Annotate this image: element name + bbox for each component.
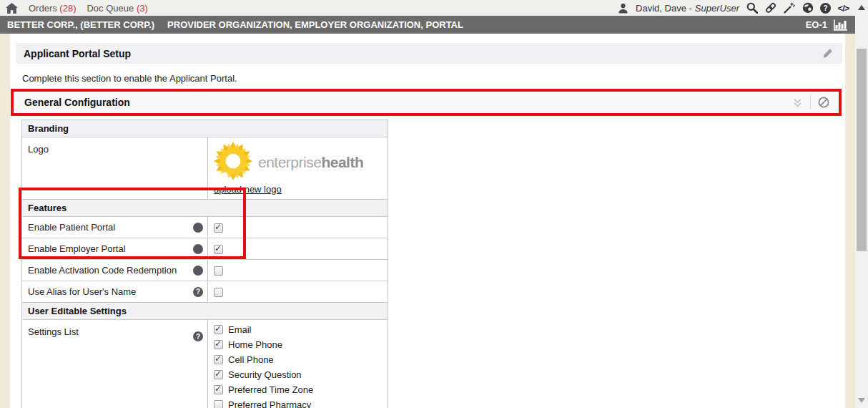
collapse-chevrons-icon[interactable]: [792, 97, 803, 108]
checkbox[interactable]: [214, 266, 223, 276]
checkbox[interactable]: [214, 288, 223, 297]
table-row: Enable Employer Portal: [22, 238, 388, 260]
page-title-bar: Applicant Portal Setup: [16, 43, 842, 64]
settings-list-label-cell: Settings List ?: [22, 320, 208, 408]
settings-list-item: Home Phone: [214, 339, 382, 350]
feature-label-cell: Enable Patient Portal: [22, 217, 208, 238]
user-icon: [617, 2, 629, 14]
checkbox[interactable]: [214, 400, 223, 408]
checkbox[interactable]: [214, 340, 223, 349]
user-name: David, Dave -: [636, 3, 692, 14]
code-icon[interactable]: </>: [837, 2, 849, 14]
settings-list-item: Security Question: [214, 369, 382, 380]
help-icon[interactable]: [193, 244, 203, 254]
feature-label: Enable Patient Portal: [28, 222, 115, 233]
checkbox[interactable]: [214, 385, 223, 394]
settings-list-item: Email: [214, 324, 382, 335]
feature-value-cell: [208, 281, 388, 303]
nav-doc-queue-count: (3): [137, 3, 148, 14]
page-title: Applicant Portal Setup: [16, 48, 131, 59]
sunburst-logo-icon: [214, 142, 252, 183]
settings-list-item: Cell Phone: [214, 354, 382, 365]
nav-orders[interactable]: Orders (28): [29, 3, 76, 14]
org-name[interactable]: BETTER CORP., (BETTER CORP.): [0, 19, 154, 30]
help-icon[interactable]: ?: [193, 331, 203, 341]
globe-icon[interactable]: [802, 2, 814, 14]
top-nav: Orders (28) Doc Queue (3): [0, 2, 148, 14]
scroll-down-arrow-icon[interactable]: [858, 398, 865, 403]
settings-list-item: Preferred Pharmacy: [214, 399, 382, 408]
content-card: Applicant Portal Setup Complete this sec…: [10, 34, 845, 408]
setting-item-label: Security Question: [228, 369, 302, 380]
org-context-bar: BETTER CORP., (BETTER CORP.) PROVIDER OR…: [0, 16, 855, 34]
feature-label: Enable Employer Portal: [28, 243, 126, 254]
checkbox[interactable]: [214, 355, 223, 364]
table-row: Branding: [22, 120, 388, 137]
feature-value-cell: [208, 260, 388, 281]
nav-doc-queue-label: Doc Queue: [87, 3, 134, 14]
setting-item-label: Cell Phone: [228, 354, 274, 365]
table-row: Use Alias for User's Name ?: [22, 281, 388, 303]
wand-icon[interactable]: [783, 2, 795, 14]
user-role: SuperUser: [695, 3, 739, 14]
bar-chart-icon[interactable]: [833, 19, 848, 31]
user-editable-settings-header: User Editable Settings: [22, 303, 388, 320]
setting-item-label: Home Phone: [228, 339, 282, 350]
feature-label: Use Alias for User's Name: [28, 286, 136, 297]
configuration-table: Branding Logo enterprisehealth: [21, 120, 388, 408]
settings-list-cell: Email Home Phone Cell Phone Security Que…: [208, 320, 388, 408]
table-row: Enable Patient Portal: [22, 217, 388, 238]
settings-list-label: Settings List: [28, 326, 79, 337]
search-icon[interactable]: [746, 2, 758, 14]
general-configuration-section: General Configuration: [11, 89, 842, 116]
home-icon[interactable]: [6, 2, 18, 14]
section-divider: [810, 95, 811, 110]
help-icon[interactable]: [193, 223, 203, 233]
upload-new-logo-link[interactable]: upload new logo: [214, 184, 282, 195]
settings-list-item: Preferred Time Zone: [214, 384, 382, 395]
setting-item-label: Preferred Pharmacy: [228, 399, 311, 408]
brand-logo: enterprisehealth: [214, 142, 382, 183]
branding-header: Branding: [22, 120, 388, 137]
feature-label-cell: Enable Activation Code Redemption: [22, 260, 208, 281]
feature-label: Enable Activation Code Redemption: [28, 265, 177, 276]
table-row: Settings List ? Email Home Phone Cell Ph…: [22, 320, 388, 408]
brand-name-bold: health: [321, 154, 363, 170]
brand-name-light: enterprise: [258, 154, 321, 170]
section-controls: [792, 95, 839, 110]
logo-cell: enterprisehealth upload new logo: [208, 137, 388, 200]
checkbox[interactable]: [214, 245, 223, 254]
nav-doc-queue[interactable]: Doc Queue (3): [87, 3, 147, 14]
table-row: User Editable Settings: [22, 303, 388, 320]
disable-ban-icon[interactable]: [818, 97, 829, 108]
feature-value-cell: [208, 238, 388, 260]
vertical-scrollbar[interactable]: [855, 0, 868, 408]
org-bar-right: EO-1: [806, 19, 855, 31]
table-row: Logo enterprisehealth upload new logo: [22, 137, 388, 200]
help-icon[interactable]: [193, 266, 203, 276]
checkbox[interactable]: [214, 370, 223, 379]
feature-label-cell: Use Alias for User's Name ?: [22, 281, 208, 303]
setting-item-label: Email: [228, 324, 252, 335]
checkbox[interactable]: [214, 325, 223, 334]
user-menu[interactable]: David, Dave - SuperUser: [636, 3, 739, 14]
checkbox[interactable]: [214, 223, 223, 233]
logo-label: Logo: [22, 137, 208, 200]
top-user-area: David, Dave - SuperUser ? </>: [617, 2, 855, 14]
help-icon[interactable]: ?: [193, 287, 203, 297]
edit-pencil-icon[interactable]: [822, 48, 842, 59]
page-description: Complete this section to enable the Appl…: [22, 73, 237, 84]
table-row: Enable Activation Code Redemption: [22, 260, 388, 281]
setting-item-label: Preferred Time Zone: [228, 384, 313, 395]
section-title: General Configuration: [14, 97, 130, 108]
feature-value-cell: [208, 217, 388, 238]
feature-label-cell: Enable Employer Portal: [22, 238, 208, 260]
org-context[interactable]: PROVIDER ORGANIZATION, EMPLOYER ORGANIZA…: [154, 19, 463, 30]
link-icon[interactable]: [764, 2, 776, 14]
org-chart-label: EO-1: [806, 19, 827, 30]
scroll-up-arrow-icon[interactable]: [858, 5, 865, 10]
nav-orders-label: Orders: [29, 3, 57, 14]
help-icon[interactable]: ?: [820, 3, 831, 14]
brand-wordmark: enterprisehealth: [258, 154, 363, 171]
scrollbar-thumb[interactable]: [857, 49, 867, 251]
